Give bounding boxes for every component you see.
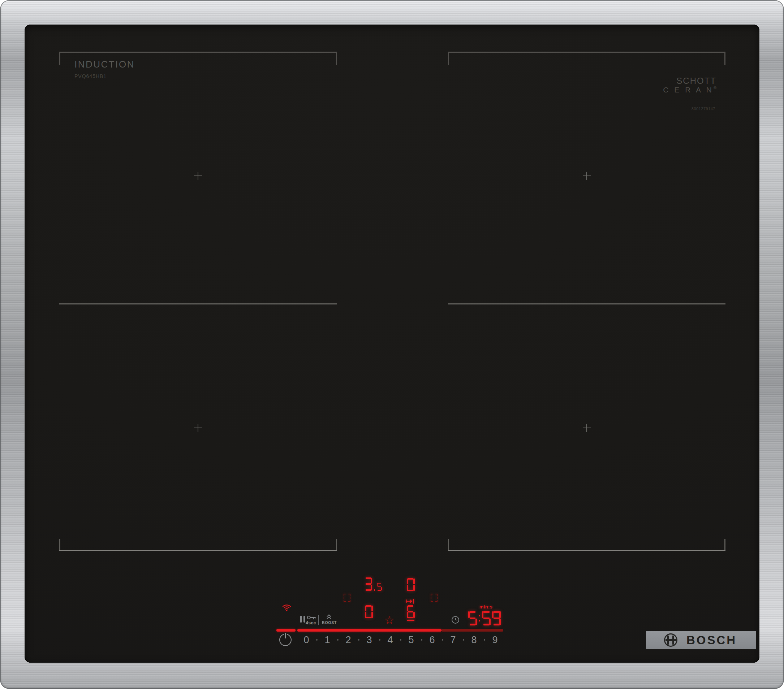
pan-center-mark-rear-left	[194, 172, 202, 180]
bosch-logo-band: BOSCH	[646, 631, 756, 649]
ceramic-glass-surface	[25, 25, 759, 663]
power-level-7[interactable]: 7	[448, 635, 458, 646]
timer-unit-label: min:s	[479, 604, 493, 610]
pan-center-mark-front-left	[194, 424, 202, 432]
favorite-star-icon[interactable]: ☆	[384, 615, 395, 626]
glass-brand-logo: SCHOTT C E R A N®	[663, 76, 716, 94]
scale-dot	[316, 639, 318, 641]
zone-power-display-front-right[interactable]	[407, 605, 415, 618]
power-level-3[interactable]: 3	[364, 635, 375, 646]
panel-divider	[318, 615, 319, 625]
power-level-9[interactable]: 9	[489, 635, 501, 646]
pause-icon[interactable]	[300, 616, 305, 623]
zone-select-right-icon	[431, 594, 438, 602]
part-number: 8001279147	[692, 107, 715, 111]
scale-dot	[442, 639, 443, 641]
pan-center-mark-rear-right	[583, 172, 591, 180]
zone-select-left-icon	[344, 594, 351, 602]
power-level-2[interactable]: 2	[343, 635, 354, 646]
boost-label[interactable]: BOOST	[322, 620, 337, 625]
zone-outline-front-left	[59, 539, 337, 551]
pan-center-mark-front-right	[583, 424, 591, 432]
scale-dot	[421, 639, 422, 641]
timer-zone-indicator	[407, 620, 414, 621]
model-number: PVQ645HB1	[74, 73, 135, 79]
zone-divider-right	[448, 303, 725, 304]
timer-clock-icon[interactable]	[451, 616, 459, 624]
zone-power-display-front-left[interactable]	[365, 605, 373, 618]
zone-power-display-rear-left[interactable]	[364, 577, 382, 591]
power-level-8[interactable]: 8	[469, 635, 479, 646]
induction-cooktop: INDUCTION PVQ645HB1 SCHOTT C E R A N® 80…	[0, 0, 784, 689]
zone-outline-rear-left	[59, 52, 337, 65]
bosch-logo-icon	[664, 633, 677, 647]
move-pot-arrow-icon	[406, 599, 415, 604]
scale-dot	[484, 639, 485, 641]
scale-dot	[337, 639, 339, 641]
power-level-0[interactable]: 0	[301, 635, 312, 646]
power-slider-track-active[interactable]	[297, 629, 441, 631]
boost-chevron-icon[interactable]	[326, 614, 332, 619]
power-slider-segment-left[interactable]	[277, 629, 296, 631]
timer-display[interactable]	[468, 611, 501, 625]
scale-dot	[358, 639, 359, 641]
zone-outline-front-right	[448, 539, 725, 551]
scale-dot	[463, 639, 464, 641]
child-lock-key-icon[interactable]	[307, 615, 316, 620]
scale-dot	[400, 639, 401, 641]
power-level-6[interactable]: 6	[427, 635, 438, 646]
scale-dot	[379, 639, 380, 641]
power-level-5[interactable]: 5	[406, 635, 417, 646]
power-level-scale[interactable]: 0123456789	[301, 634, 501, 646]
zone-divider-left	[59, 303, 337, 304]
power-button[interactable]	[279, 634, 292, 646]
power-slider-track-dim[interactable]	[441, 629, 503, 631]
child-lock-hold-label: 4sec	[306, 620, 316, 625]
wifi-icon	[282, 604, 291, 612]
zone-outline-rear-right	[448, 52, 725, 65]
zone-power-display-rear-right[interactable]	[407, 578, 415, 591]
trademark-symbol: ®	[713, 86, 716, 90]
power-level-1[interactable]: 1	[322, 635, 333, 646]
bosch-logo-text: BOSCH	[687, 633, 737, 647]
power-level-4[interactable]: 4	[385, 635, 395, 646]
